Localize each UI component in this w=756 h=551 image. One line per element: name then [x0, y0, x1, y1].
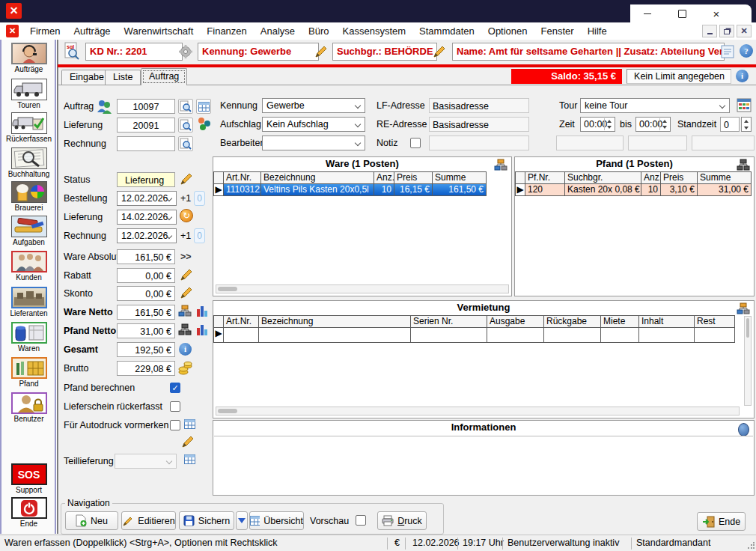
pencil-icon[interactable]	[314, 44, 329, 61]
coins-icon[interactable]	[178, 361, 192, 377]
column-header[interactable]: Preis	[394, 171, 433, 184]
org-chart-icon[interactable]	[178, 305, 192, 320]
name-field[interactable]: Name: Amt für seltsame Geharten || Zusat…	[452, 43, 725, 61]
column-header[interactable]: Pf.Nr.	[525, 171, 565, 184]
tab-liste[interactable]: Liste	[105, 70, 141, 85]
vorschau-checkbox[interactable]	[356, 515, 366, 526]
tour-dropdown[interactable]: keine Tour	[580, 98, 730, 113]
gesamt-info-icon[interactable]: i	[179, 343, 192, 356]
bearbeiter-dropdown[interactable]	[262, 136, 365, 150]
re-adresse-field[interactable]: Basisadresse	[429, 117, 529, 132]
column-header[interactable]: Serien Nr.	[410, 315, 487, 328]
column-header[interactable]: Anz.	[641, 171, 661, 184]
expand-chevrons[interactable]: >>	[180, 249, 192, 264]
vermietung-horizontal-scrollbar[interactable]	[216, 407, 740, 415]
autodruck-checkbox[interactable]	[170, 420, 180, 430]
refresh-icon[interactable]: ↻	[180, 209, 193, 222]
menu-fenster[interactable]: Fenster	[534, 23, 581, 40]
scatter-dots-icon[interactable]	[197, 117, 212, 134]
pencil-icon[interactable]	[179, 171, 194, 189]
teillieferung-dropdown[interactable]	[115, 454, 177, 469]
ware-horizontal-scrollbar[interactable]	[216, 284, 509, 293]
column-header[interactable]: Inhalt	[638, 315, 695, 328]
sidebar-item-kunden[interactable]: Kunden	[0, 251, 58, 281]
sidebar-item-auftraege[interactable]: Aufträge	[0, 43, 58, 73]
window-close-button[interactable]: ×	[699, 4, 734, 22]
auftrag-lookup-button[interactable]	[178, 99, 193, 114]
org-chart-dark-icon[interactable]	[178, 323, 192, 338]
mdi-minimize-button[interactable]	[702, 25, 717, 37]
sidebar-item-rueckerfassen[interactable]: Rückerfassen	[0, 112, 58, 143]
sidebar-item-support[interactable]: SOS Support	[0, 463, 58, 494]
app-menu-icon[interactable]: ✕	[6, 25, 19, 37]
sichern-button[interactable]: Sichern	[179, 511, 234, 530]
column-header[interactable]: Miete	[600, 315, 639, 328]
lieferung-lookup-button[interactable]	[178, 118, 193, 133]
menu-buero[interactable]: Büro	[302, 23, 335, 40]
auftrag-number-field[interactable]: 10097	[117, 99, 175, 114]
ende-button[interactable]: Ende	[697, 512, 746, 531]
zeit-von-spinner[interactable]: 00:00	[580, 117, 615, 132]
status-field[interactable]: Lieferung	[117, 172, 175, 187]
menu-analyse[interactable]: Analyse	[254, 23, 302, 40]
column-header[interactable]: Rest	[694, 315, 735, 328]
people-pair-icon[interactable]	[96, 98, 112, 117]
zeit-bis-spinner[interactable]: 00:00	[635, 117, 671, 132]
window-minimize-button[interactable]	[630, 4, 665, 22]
teillieferung-grid-icon[interactable]	[184, 454, 195, 466]
sidebar-item-waren[interactable]: Waren	[0, 322, 58, 353]
bar-chart-icon[interactable]	[196, 323, 208, 338]
help-icon[interactable]: ?	[740, 44, 753, 58]
autodruck-grid-icon[interactable]	[184, 419, 195, 431]
menu-stammdaten[interactable]: Stammdaten	[412, 23, 481, 40]
rechnungsdatum-dropdown[interactable]: 12.02.2026	[117, 228, 177, 243]
org-chart-icon[interactable]	[737, 302, 750, 317]
sidebar-item-aufgaben[interactable]: Aufgaben	[0, 216, 58, 246]
resize-grip[interactable]	[747, 542, 755, 550]
kennung-dropdown[interactable]: Gewerbe	[262, 98, 365, 113]
kennung-field[interactable]: Kennung: Gewerbe	[198, 43, 319, 61]
bestellung-date-dropdown[interactable]: 12.02.2026	[117, 191, 177, 206]
pencil-icon[interactable]	[432, 44, 447, 61]
lieferdatum-dropdown[interactable]: 14.02.2026	[117, 210, 177, 225]
sidebar-item-brauerei[interactable]: Brauerei	[0, 181, 58, 212]
standzeit-field[interactable]: 0	[720, 117, 740, 132]
column-header[interactable]: Summe	[697, 171, 752, 184]
kd-nr-field[interactable]: KD Nr.: 2201	[85, 43, 183, 61]
mdi-restore-button[interactable]	[719, 25, 734, 37]
vermietung-vertical-scrollbar[interactable]	[744, 316, 752, 406]
column-header[interactable]: Bezeichnung	[258, 315, 411, 328]
aufschlag-dropdown[interactable]: Kein Aufschlag	[262, 117, 365, 132]
info-oval-icon[interactable]	[738, 423, 749, 436]
skonto-field[interactable]: 0,00 €	[117, 286, 175, 301]
column-header[interactable]: Summe	[432, 171, 487, 184]
pencil-icon[interactable]	[179, 267, 194, 284]
suchbegriff-field[interactable]: Suchbgr.: BEHÖRDE	[332, 43, 437, 61]
column-header[interactable]: Anz.	[374, 171, 394, 184]
org-chart-icon[interactable]	[494, 159, 507, 174]
pencil-icon[interactable]	[180, 434, 195, 451]
standzeit-spin-buttons[interactable]	[741, 117, 752, 132]
limit-info-icon[interactable]: i	[736, 70, 749, 82]
sidebar-item-touren[interactable]: Touren	[0, 79, 58, 109]
window-maximize-button[interactable]	[665, 4, 699, 22]
column-header[interactable]: Suchbgr.	[564, 171, 641, 184]
lieferung-number-field[interactable]: 20091	[117, 118, 175, 133]
column-header[interactable]: Rückgabe	[543, 315, 601, 328]
pencil-icon[interactable]	[179, 285, 194, 302]
sidebar-item-lieferanten[interactable]: Lieferanten	[0, 287, 58, 317]
menu-warenwirtschaft[interactable]: Warenwirtschaft	[118, 23, 201, 40]
gear-icon[interactable]	[178, 44, 193, 61]
sidebar-item-benutzer[interactable]: Benutzer	[0, 392, 58, 423]
editieren-button[interactable]: Editieren	[121, 511, 176, 530]
sichern-dropdown-button[interactable]	[236, 511, 248, 530]
ware-row-selected[interactable]: ▶ 11103122 Veltins Pils Kasten 20x0,5l 1…	[214, 184, 487, 196]
notiz-checkbox[interactable]	[410, 138, 421, 148]
tab-auftrag[interactable]: Auftrag	[141, 68, 187, 85]
column-header[interactable]: Preis	[660, 171, 698, 184]
menu-finanzen[interactable]: Finanzen	[200, 23, 253, 40]
column-header[interactable]: Art.Nr.	[223, 171, 261, 184]
menu-optionen[interactable]: Optionen	[481, 23, 534, 40]
rechnung-lookup-button[interactable]	[178, 136, 193, 151]
column-header[interactable]: Bezeichnung	[260, 171, 374, 184]
